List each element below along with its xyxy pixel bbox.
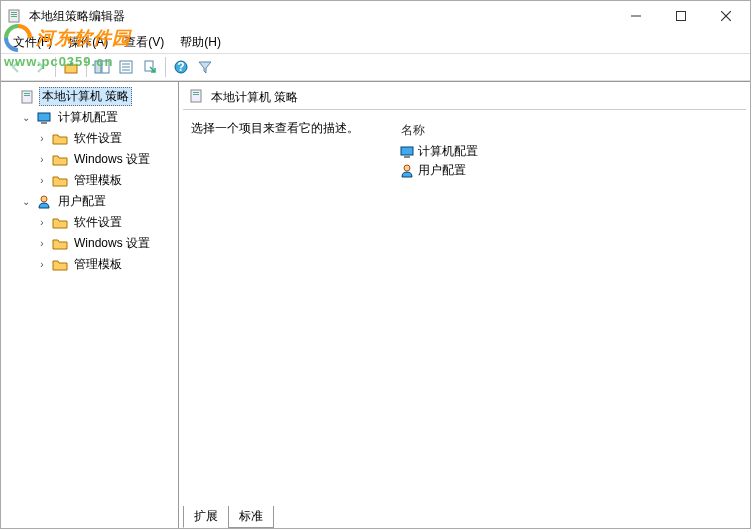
export-button[interactable] (139, 56, 161, 78)
tree-label[interactable]: 计算机配置 (55, 108, 121, 127)
tree-label[interactable]: 用户配置 (55, 192, 109, 211)
policy-icon (20, 89, 36, 105)
description-text: 选择一个项目来查看它的描述。 (191, 121, 359, 135)
toolbar-separator (55, 57, 56, 77)
close-button[interactable] (703, 2, 748, 30)
svg-rect-25 (193, 92, 199, 93)
expand-icon[interactable]: › (35, 174, 49, 188)
svg-point-29 (404, 165, 410, 171)
svg-rect-18 (22, 91, 32, 103)
toolbar-separator (165, 57, 166, 77)
menu-action[interactable]: 操作(A) (60, 32, 116, 53)
description-panel: 选择一个项目来查看它的描述。 (185, 116, 395, 506)
properties-button[interactable] (115, 56, 137, 78)
menu-file[interactable]: 文件(F) (5, 32, 60, 53)
tree-admin-templates[interactable]: › 管理模板 (35, 170, 176, 191)
maximize-button[interactable] (658, 2, 703, 30)
svg-rect-26 (193, 94, 199, 95)
titlebar: 本地组策略编辑器 (1, 1, 750, 31)
tree-label[interactable]: 管理模板 (71, 255, 125, 274)
list-item-label: 计算机配置 (418, 143, 478, 160)
help-button[interactable]: ? (170, 56, 192, 78)
tree-windows-settings[interactable]: › Windows 设置 (35, 233, 176, 254)
expand-icon[interactable]: › (35, 153, 49, 167)
main-window: 本地组策略编辑器 文件(F) 操作(A) 查看(V) 帮助(H) ? (0, 0, 751, 529)
collapse-icon[interactable]: ⌄ (19, 111, 33, 125)
expand-icon[interactable]: › (35, 132, 49, 146)
list-item-computer[interactable]: 计算机配置 (397, 142, 742, 161)
back-button[interactable] (5, 56, 27, 78)
detail-pane: 本地计算机 策略 选择一个项目来查看它的描述。 名称 计算机配置 用户配置 (179, 82, 750, 528)
tree-root[interactable]: 本地计算机 策略 (3, 86, 176, 107)
tree-windows-settings[interactable]: › Windows 设置 (35, 149, 176, 170)
tree-label[interactable]: Windows 设置 (71, 234, 153, 253)
svg-rect-1 (11, 12, 17, 13)
computer-icon (399, 144, 415, 160)
app-icon (7, 8, 23, 24)
detail-header: 本地计算机 策略 (183, 86, 746, 110)
svg-rect-19 (24, 93, 30, 94)
menubar: 文件(F) 操作(A) 查看(V) 帮助(H) (1, 31, 750, 53)
policy-icon (189, 88, 205, 107)
folder-icon (52, 236, 68, 252)
tree-software-settings[interactable]: › 软件设置 (35, 212, 176, 233)
up-button[interactable] (60, 56, 82, 78)
svg-rect-9 (95, 61, 101, 73)
tree-root-label[interactable]: 本地计算机 策略 (39, 87, 132, 106)
tree-admin-templates[interactable]: › 管理模板 (35, 254, 176, 275)
svg-rect-27 (401, 147, 413, 155)
toolbar: ? (1, 53, 750, 81)
filter-button[interactable] (194, 56, 216, 78)
svg-rect-3 (11, 16, 17, 17)
svg-rect-5 (676, 12, 685, 21)
svg-point-23 (41, 196, 47, 202)
tree-label[interactable]: 软件设置 (71, 129, 125, 148)
menu-help[interactable]: 帮助(H) (172, 32, 229, 53)
tree-pane[interactable]: 本地计算机 策略 ⌄ 计算机配置 › 软件设置 › (1, 82, 179, 528)
svg-rect-22 (41, 122, 47, 124)
svg-rect-21 (38, 113, 50, 121)
folder-icon (52, 152, 68, 168)
list-item-label: 用户配置 (418, 162, 466, 179)
tree-computer-config[interactable]: ⌄ 计算机配置 (19, 107, 176, 128)
folder-icon (52, 215, 68, 231)
collapse-icon[interactable]: ⌄ (19, 195, 33, 209)
svg-rect-2 (11, 14, 17, 15)
svg-rect-8 (65, 65, 77, 73)
tabs: 扩展 标准 (179, 506, 750, 528)
folder-icon (52, 131, 68, 147)
expand-icon[interactable]: › (35, 216, 49, 230)
menu-view[interactable]: 查看(V) (116, 32, 172, 53)
show-hide-tree-button[interactable] (91, 56, 113, 78)
list-item-user[interactable]: 用户配置 (397, 161, 742, 180)
minimize-button[interactable] (613, 2, 658, 30)
svg-rect-20 (24, 95, 30, 96)
tree-label[interactable]: 软件设置 (71, 213, 125, 232)
folder-icon (52, 173, 68, 189)
svg-rect-28 (404, 156, 410, 158)
folder-icon (52, 257, 68, 273)
user-icon (36, 194, 52, 210)
window-title: 本地组策略编辑器 (29, 8, 613, 25)
expand-icon[interactable]: › (35, 258, 49, 272)
expand-icon[interactable]: › (35, 237, 49, 251)
detail-title: 本地计算机 策略 (211, 89, 298, 106)
tree-software-settings[interactable]: › 软件设置 (35, 128, 176, 149)
tree-label[interactable]: 管理模板 (71, 171, 125, 190)
svg-text:?: ? (177, 60, 184, 74)
tab-extended[interactable]: 扩展 (183, 506, 229, 528)
tree-label[interactable]: Windows 设置 (71, 150, 153, 169)
user-icon (399, 163, 415, 179)
tree-user-config[interactable]: ⌄ 用户配置 (19, 191, 176, 212)
content-area: 本地计算机 策略 ⌄ 计算机配置 › 软件设置 › (1, 81, 750, 528)
column-header-name[interactable]: 名称 (397, 120, 742, 142)
svg-rect-10 (102, 61, 109, 73)
forward-button[interactable] (29, 56, 51, 78)
svg-rect-24 (191, 90, 201, 102)
tab-standard[interactable]: 标准 (228, 506, 274, 528)
computer-icon (36, 110, 52, 126)
list-panel: 名称 计算机配置 用户配置 (395, 116, 744, 506)
toolbar-separator (86, 57, 87, 77)
